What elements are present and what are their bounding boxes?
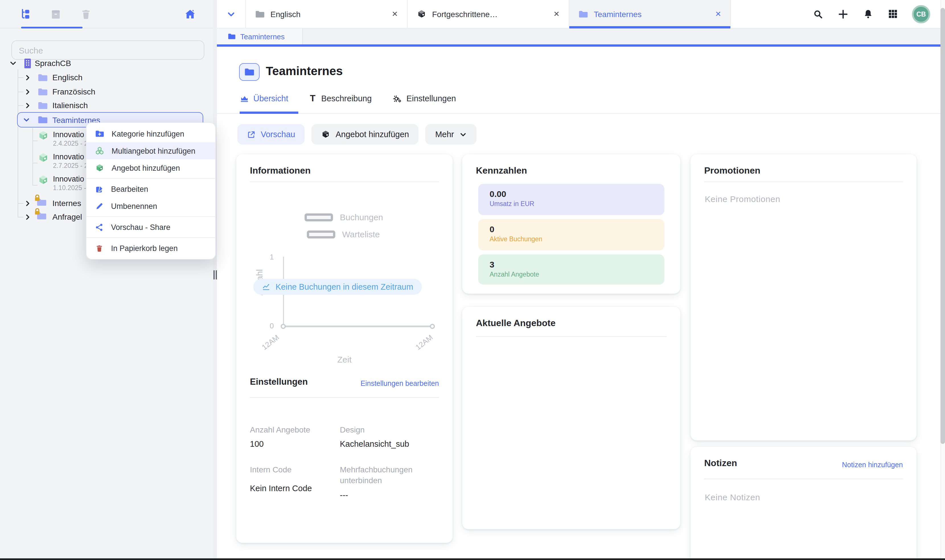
x-tick: 12AM	[260, 333, 281, 351]
sidebar-item-offer[interactable]: Innovatio 1.10.2025 - 1	[38, 174, 92, 192]
breadcrumb-bar: Teaminternes	[217, 28, 945, 45]
sidebar-item-englisch[interactable]: Englisch	[0, 71, 213, 84]
chevron-right-icon[interactable]	[24, 74, 31, 81]
tree-item-label: Internes	[52, 198, 81, 208]
apps-grid-icon[interactable]	[888, 9, 898, 19]
edit-settings-link[interactable]: Einstellungen bearbeiten	[361, 380, 439, 388]
empty-state-text: Keine Buchungen in diesem Zeitraum	[275, 282, 413, 291]
card-informationen: Informationen Buchungen Warteliste 1 0	[236, 154, 452, 543]
tab-label: Englisch	[271, 9, 386, 18]
sidebar-item-root[interactable]: SprachCB	[0, 56, 213, 70]
field-label: Anzahl Angebote	[250, 425, 341, 435]
avatar[interactable]: CB	[912, 5, 930, 23]
tab-fortgeschrittene[interactable]: Fortgeschrittene… ✕	[408, 0, 569, 28]
toolbar-active-underline	[21, 27, 83, 28]
page-folder-icon[interactable]	[239, 63, 260, 81]
legend-item-warteliste[interactable]: Warteliste	[307, 229, 380, 239]
menu-item-vorschau-share[interactable]: Vorschau - Share	[86, 218, 215, 235]
chevron-right-icon[interactable]	[24, 213, 31, 220]
sidebar-item-offer[interactable]: Innovatio 2.7.2025 - 2	[38, 152, 88, 169]
folder-plus-icon	[95, 130, 104, 138]
menu-divider	[86, 216, 215, 217]
field-label: Design	[340, 425, 431, 435]
folder-icon	[38, 73, 48, 82]
tab-beschreibung[interactable]: T Beschreibung	[309, 90, 372, 107]
menu-item-umbenennen[interactable]: Umbenennen	[86, 197, 215, 215]
button-label: Angebot hinzufügen	[336, 130, 409, 139]
sidebar-resizer-handle[interactable]	[213, 0, 217, 560]
chevron-down-icon[interactable]	[9, 59, 17, 67]
archive-icon[interactable]	[49, 8, 63, 21]
x-tick: 12AM	[414, 333, 434, 351]
bell-icon[interactable]	[862, 8, 874, 20]
main-area: Englisch ✕ Fortgeschrittene… ✕ Teaminter…	[217, 0, 945, 560]
stat-anzahl-angebote: 3 Anzahl Angebote	[478, 254, 664, 285]
menu-item-papierkorb[interactable]: In Papierkorb legen	[86, 240, 215, 257]
menu-item-label: Angebot hinzufügen	[112, 164, 180, 172]
stat-aktive-buchungen: 0 Aktive Buchungen	[478, 219, 664, 251]
tab-englisch[interactable]: Englisch ✕	[246, 0, 408, 28]
menu-item-kategorie-hinzufuegen[interactable]: Kategorie hinzufügen	[86, 125, 215, 142]
sidebar-item-offer[interactable]: Innovatio 2.4.2025 - 2	[38, 130, 88, 148]
tabs-divider	[217, 113, 940, 114]
close-icon[interactable]: ✕	[392, 10, 398, 18]
stat-label: Aktive Buchungen	[489, 235, 664, 242]
folder-icon	[579, 10, 588, 18]
vertical-scrollbar[interactable]	[940, 0, 945, 560]
field-value: Kachelansicht_sub	[340, 439, 409, 449]
close-icon[interactable]: ✕	[715, 10, 721, 18]
legend-item-buchungen[interactable]: Buchungen	[305, 212, 383, 222]
legend-swatch	[307, 230, 335, 238]
add-note-link[interactable]: Notizen hinzufügen	[842, 461, 903, 469]
chevron-down-icon[interactable]	[23, 116, 30, 123]
empty-promotions-text: Keine Promotionen	[705, 194, 780, 204]
preview-button[interactable]: Vorschau	[237, 124, 305, 145]
tree-view-icon[interactable]	[19, 8, 32, 21]
menu-item-bearbeiten[interactable]: Bearbeiten	[86, 180, 215, 197]
chevron-right-icon[interactable]	[24, 200, 31, 207]
offer-label: Innovatio	[53, 130, 88, 139]
menu-item-multiangebot-hinzufuegen[interactable]: Multiangebot hinzufügen	[86, 142, 215, 159]
field-value: ---	[340, 490, 348, 501]
stat-value: 0.00	[489, 189, 664, 198]
scrollbar-thumb[interactable]	[940, 8, 945, 444]
card-title: Promotionen	[704, 166, 760, 176]
card-promotionen: Promotionen Keine Promotionen	[691, 154, 917, 440]
chevron-right-icon[interactable]	[24, 88, 31, 95]
menu-item-label: Umbenennen	[111, 202, 157, 210]
sidebar-item-italienisch[interactable]: Italienisch	[0, 98, 213, 112]
close-icon[interactable]: ✕	[553, 10, 560, 18]
menu-item-label: Bearbeiten	[111, 185, 148, 193]
chart-line-icon	[262, 283, 271, 291]
card-title: Aktuelle Angebote	[476, 318, 556, 328]
edit-icon	[95, 185, 104, 193]
tree-guide-line	[32, 141, 38, 141]
breadcrumb[interactable]: Teaminternes	[217, 28, 303, 45]
tree-guide-line	[32, 128, 33, 185]
add-offer-button[interactable]: Angebot hinzufügen	[312, 124, 419, 145]
tab-einstellungen[interactable]: Einstellungen	[392, 90, 456, 107]
offer-cube-icon	[38, 174, 49, 186]
stat-umsatz: 0.00 Umsatz in EUR	[478, 184, 664, 215]
trash-icon[interactable]	[79, 8, 93, 21]
sidebar: SprachCB Englisch Französisch	[0, 0, 213, 560]
menu-item-label: Kategorie hinzufügen	[112, 129, 184, 138]
menu-item-angebot-hinzufuegen[interactable]: Angebot hinzufügen	[86, 159, 215, 177]
app-window: SprachCB Englisch Französisch	[0, 0, 945, 560]
tabs-overview-button[interactable]	[217, 0, 246, 28]
offer-dates: 2.7.2025 - 2	[53, 162, 88, 169]
stat-label: Umsatz in EUR	[489, 200, 664, 207]
sidebar-item-franzoesisch[interactable]: Französisch	[0, 85, 213, 98]
locked-folder-icon	[37, 212, 49, 222]
field-value: Kein Intern Code	[250, 483, 312, 494]
plus-icon[interactable]	[837, 8, 849, 20]
tab-teaminternes[interactable]: Teaminternes ✕	[569, 0, 731, 28]
menu-item-label: Vorschau - Share	[111, 223, 171, 231]
tree-item-label: SprachCB	[35, 58, 71, 68]
home-icon[interactable]	[183, 8, 197, 21]
offer-cube-icon	[38, 130, 49, 141]
search-icon[interactable]	[813, 8, 824, 20]
more-button[interactable]: Mehr	[426, 124, 476, 145]
chevron-right-icon[interactable]	[24, 102, 31, 109]
tab-uebersicht[interactable]: Übersicht	[240, 90, 288, 107]
